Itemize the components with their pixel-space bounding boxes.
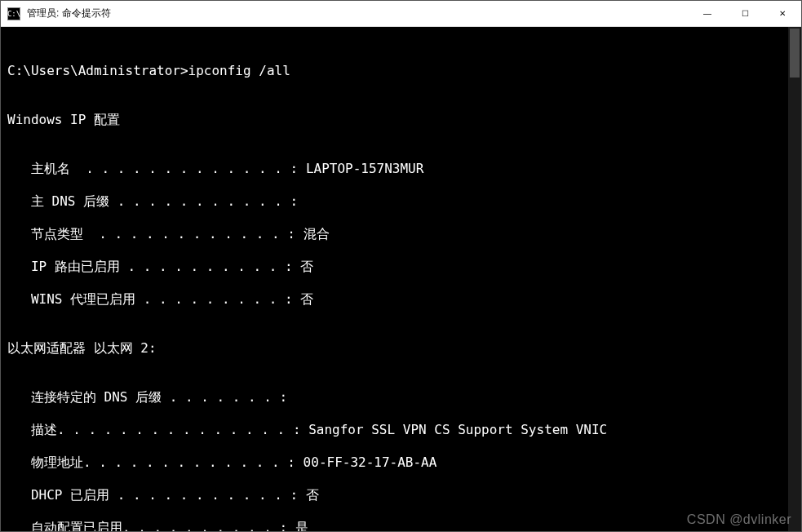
config-line: 描述. . . . . . . . . . . . . . . : Sangfo… (7, 422, 800, 438)
config-line: 物理地址. . . . . . . . . . . . . : 00-FF-32… (7, 454, 800, 471)
prompt-line: C:\Users\Administrator>ipconfig /all (7, 63, 800, 79)
config-line: 主 DNS 后缀 . . . . . . . . . . . : (7, 193, 800, 210)
config-line: WINS 代理已启用 . . . . . . . . . : 否 (7, 291, 800, 308)
app-icon: C:\ (7, 7, 20, 20)
config-line: 节点类型 . . . . . . . . . . . . : 混合 (7, 226, 800, 242)
section-header: Windows IP 配置 (7, 112, 800, 128)
config-line: IP 路由已启用 . . . . . . . . . . : 否 (7, 259, 800, 275)
adapter-header: 以太网适配器 以太网 2: (7, 340, 800, 357)
terminal-output[interactable]: C:\Users\Administrator>ipconfig /all Win… (1, 27, 801, 531)
close-button[interactable]: ✕ (764, 1, 801, 26)
config-line: 连接特定的 DNS 后缀 . . . . . . . : (7, 389, 800, 406)
maximize-button[interactable]: ☐ (726, 1, 764, 26)
config-line: 主机名 . . . . . . . . . . . . . : LAPTOP-1… (7, 161, 800, 177)
window-controls: — ☐ ✕ (689, 1, 801, 26)
scrollbar[interactable] (788, 27, 801, 531)
scrollbar-thumb[interactable] (790, 29, 800, 78)
command-prompt-window: C:\ 管理员: 命令提示符 — ☐ ✕ C:\Users\Administra… (0, 0, 802, 532)
config-line: DHCP 已启用 . . . . . . . . . . . : 否 (7, 487, 800, 503)
titlebar[interactable]: C:\ 管理员: 命令提示符 — ☐ ✕ (1, 1, 801, 27)
window-title: 管理员: 命令提示符 (27, 7, 689, 20)
minimize-button[interactable]: — (689, 1, 726, 26)
config-line: 自动配置已启用. . . . . . . . . . : 是 (7, 520, 800, 531)
